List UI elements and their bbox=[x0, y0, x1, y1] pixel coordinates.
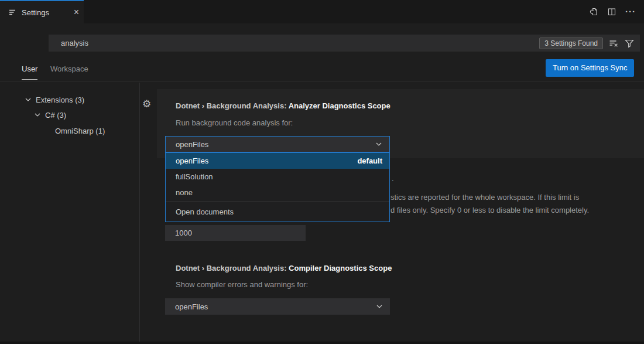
analyzer-scope-select[interactable]: openFiles bbox=[165, 136, 390, 152]
option-label: fullSolution bbox=[176, 172, 213, 181]
occluded-text-fragment: stics are reported for the whole workspa… bbox=[390, 193, 579, 202]
chevron-down-icon bbox=[374, 139, 383, 149]
option-label: none bbox=[176, 188, 193, 197]
select-value: openFiles bbox=[175, 302, 208, 311]
toc-settings-divider bbox=[139, 83, 140, 342]
more-actions-icon[interactable]: ··· bbox=[625, 7, 636, 16]
setting-name: Analyzer Diagnostics Scope bbox=[289, 101, 390, 110]
bottom-edge bbox=[0, 342, 644, 344]
limit-number-input[interactable]: 1000 bbox=[165, 225, 306, 241]
tab-bar: Settings × ··· bbox=[0, 0, 644, 23]
dropdown-option-description: Open documents bbox=[166, 202, 389, 222]
tab-user[interactable]: User bbox=[22, 64, 37, 80]
dropdown-option-openfiles[interactable]: openFiles default bbox=[166, 153, 389, 169]
search-query-text: analysis bbox=[61, 39, 88, 47]
occluded-text-fragment: . bbox=[392, 174, 394, 183]
select-value: openFiles bbox=[176, 140, 208, 149]
compiler-scope-select[interactable]: openFiles bbox=[165, 298, 390, 315]
dropdown-option-none[interactable]: none bbox=[166, 185, 389, 200]
analyzer-scope-dropdown-list: openFiles default fullSolution none Open… bbox=[165, 152, 390, 222]
settings-search-input[interactable]: analysis 3 Settings Found bbox=[49, 35, 640, 52]
toc-item-label: Extensions (3) bbox=[36, 96, 84, 104]
editor-actions: ··· bbox=[589, 0, 636, 23]
setting-description: Run background code analysis for: bbox=[176, 118, 293, 127]
toc-item-omnisharp[interactable]: OmniSharp (1) bbox=[55, 125, 105, 136]
setting-gear-icon[interactable]: ⚙ bbox=[142, 99, 151, 110]
setting-name: Compiler Diagnostics Scope bbox=[289, 264, 392, 273]
clear-search-results-icon[interactable] bbox=[608, 38, 619, 49]
chevron-down-icon bbox=[23, 95, 33, 104]
filter-icon[interactable] bbox=[624, 38, 635, 49]
toc-item-label: C# (3) bbox=[45, 111, 66, 120]
toc-item-csharp[interactable]: C# (3) bbox=[33, 110, 66, 120]
tab-title: Settings bbox=[22, 8, 49, 17]
settings-editor: Settings × ··· analysis 3 Settings F bbox=[0, 0, 644, 344]
toc-item-extensions[interactable]: Extensions (3) bbox=[23, 94, 84, 105]
open-settings-json-icon[interactable] bbox=[589, 7, 598, 16]
setting-title-analyzer-diagnostics-scope: Dotnet › Background Analysis: Analyzer D… bbox=[176, 101, 390, 110]
chevron-down-icon bbox=[375, 302, 384, 311]
close-icon[interactable]: × bbox=[74, 8, 79, 17]
setting-category: Dotnet › Background Analysis: bbox=[176, 264, 289, 273]
setting-title-compiler-diagnostics-scope: Dotnet › Background Analysis: Compiler D… bbox=[176, 264, 392, 273]
limit-number-value: 1000 bbox=[175, 229, 192, 237]
option-label: openFiles bbox=[176, 156, 208, 165]
results-count-badge: 3 Settings Found bbox=[539, 38, 603, 49]
toc-item-label: OmniSharp (1) bbox=[55, 127, 105, 135]
turn-on-settings-sync-button[interactable]: Turn on Settings Sync bbox=[546, 59, 634, 77]
occluded-text-fragment: d files only. Specify 0 or less to disab… bbox=[390, 206, 589, 214]
option-default-badge: default bbox=[357, 156, 382, 165]
setting-category: Dotnet › Background Analysis: bbox=[176, 101, 289, 110]
settings-editor-icon bbox=[8, 8, 17, 17]
setting-description: Show compiler errors and warnings for: bbox=[176, 280, 308, 289]
tab-workspace[interactable]: Workspace bbox=[50, 64, 88, 79]
tab-settings[interactable]: Settings × bbox=[0, 0, 84, 23]
chevron-down-icon bbox=[33, 110, 42, 120]
dropdown-option-fullsolution[interactable]: fullSolution bbox=[166, 169, 389, 185]
split-editor-icon[interactable] bbox=[607, 7, 616, 16]
